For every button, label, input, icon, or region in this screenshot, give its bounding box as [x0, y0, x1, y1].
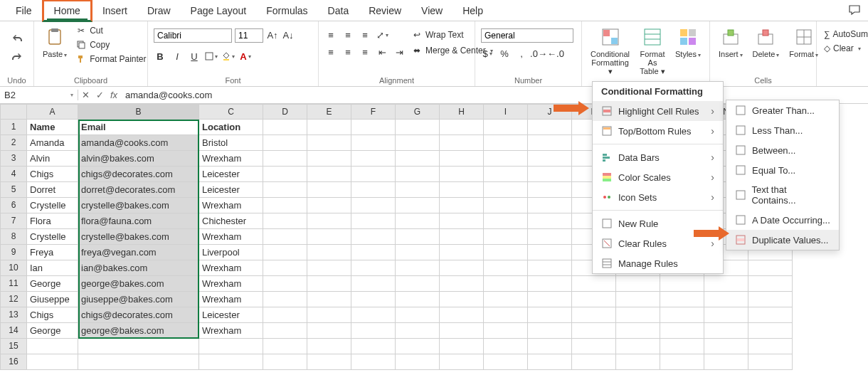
font-name-select[interactable] — [154, 28, 232, 43]
row-header-11[interactable]: 11 — [0, 276, 27, 292]
increase-decimal-icon[interactable]: .0→ — [532, 47, 545, 60]
cell-I15[interactable] — [484, 339, 528, 354]
cell-M16[interactable] — [660, 354, 704, 370]
cell-D9[interactable] — [263, 245, 307, 260]
col-header-D[interactable]: D — [263, 104, 307, 120]
cell-G7[interactable] — [396, 213, 440, 229]
row-header-15[interactable]: 15 — [0, 339, 27, 354]
row-header-3[interactable]: 3 — [0, 151, 27, 167]
cell-H12[interactable] — [440, 292, 484, 307]
cell-E3[interactable] — [307, 151, 351, 167]
cell-G3[interactable] — [396, 151, 440, 167]
cell-D7[interactable] — [263, 213, 307, 229]
cell-K11[interactable] — [572, 276, 616, 292]
cell-N11[interactable] — [704, 276, 748, 292]
cell-F15[interactable] — [351, 339, 396, 354]
redo-icon[interactable] — [11, 53, 23, 65]
cell-F9[interactable] — [351, 245, 396, 260]
submenu-greater-than[interactable]: Greater Than... — [726, 100, 839, 120]
cell-D11[interactable] — [263, 276, 307, 292]
cell-A4[interactable]: Chigs — [27, 167, 78, 182]
cell-H11[interactable] — [440, 276, 484, 292]
cell-E1[interactable] — [307, 120, 351, 135]
cell-F13[interactable] — [351, 307, 396, 323]
menu-color-scales[interactable]: Color Scales — [593, 167, 723, 187]
menu-data-bars[interactable]: Data Bars — [593, 147, 723, 167]
cell-A5[interactable]: Dorret — [27, 182, 78, 198]
row-header-8[interactable]: 8 — [0, 229, 27, 245]
cell-B10[interactable]: ian@bakes.com — [78, 260, 199, 276]
cell-A8[interactable]: Crystelle — [27, 229, 78, 245]
row-header-14[interactable]: 14 — [0, 323, 27, 339]
menu-icon-sets[interactable]: Icon Sets — [593, 187, 723, 207]
cell-G8[interactable] — [396, 229, 440, 245]
cell-I1[interactable] — [484, 120, 528, 135]
cell-J3[interactable] — [528, 151, 572, 167]
fill-color-button[interactable] — [222, 50, 235, 63]
cell-H16[interactable] — [440, 354, 484, 370]
clear-button[interactable]: ◇Clear — [822, 43, 862, 54]
cell-H7[interactable] — [440, 213, 484, 229]
cell-G2[interactable] — [396, 135, 440, 151]
cell-K15[interactable] — [572, 339, 616, 354]
cell-E5[interactable] — [307, 182, 351, 198]
cell-E10[interactable] — [307, 260, 351, 276]
cell-O13[interactable] — [748, 307, 793, 323]
cell-M14[interactable] — [660, 323, 704, 339]
cell-D2[interactable] — [263, 135, 307, 151]
cell-F5[interactable] — [351, 182, 396, 198]
cell-O10[interactable] — [748, 260, 793, 276]
row-header-12[interactable]: 12 — [0, 292, 27, 307]
col-header-I[interactable]: I — [484, 104, 528, 120]
insert-cells-button[interactable]: Insert — [716, 24, 746, 60]
cell-J10[interactable] — [528, 260, 572, 276]
cell-E2[interactable] — [307, 135, 351, 151]
cell-O14[interactable] — [748, 323, 793, 339]
cell-A2[interactable]: Amanda — [27, 135, 78, 151]
cell-E6[interactable] — [307, 198, 351, 213]
cell-A11[interactable]: George — [27, 276, 78, 292]
cell-A6[interactable]: Crystelle — [27, 198, 78, 213]
cell-D1[interactable] — [263, 120, 307, 135]
cell-A9[interactable]: Freya — [27, 245, 78, 260]
cell-F7[interactable] — [351, 213, 396, 229]
col-header-E[interactable]: E — [307, 104, 351, 120]
tab-formulas[interactable]: Formulas — [256, 1, 317, 20]
row-header-2[interactable]: 2 — [0, 135, 27, 151]
row-header-16[interactable]: 16 — [0, 354, 27, 370]
cell-I2[interactable] — [484, 135, 528, 151]
italic-button[interactable]: I — [171, 50, 184, 63]
cell-L14[interactable] — [616, 323, 660, 339]
cell-D5[interactable] — [263, 182, 307, 198]
cell-D3[interactable] — [263, 151, 307, 167]
cell-C3[interactable]: Wrexham — [199, 151, 263, 167]
col-header-F[interactable]: F — [351, 104, 396, 120]
cell-L16[interactable] — [616, 354, 660, 370]
submenu-date-occurring[interactable]: A Date Occurring... — [726, 210, 839, 230]
col-header-A[interactable]: A — [27, 104, 78, 120]
cell-C5[interactable]: Leicester — [199, 182, 263, 198]
cell-J6[interactable] — [528, 198, 572, 213]
submenu-less-than[interactable]: Less Than... — [726, 120, 839, 140]
submenu-text-contains[interactable]: Text that Contains... — [726, 180, 839, 210]
cell-A15[interactable] — [27, 339, 78, 354]
cell-G4[interactable] — [396, 167, 440, 182]
cell-J13[interactable] — [528, 307, 572, 323]
cell-A14[interactable]: George — [27, 323, 78, 339]
cell-L15[interactable] — [616, 339, 660, 354]
cell-B1[interactable]: Email — [78, 120, 199, 135]
cell-O11[interactable] — [748, 276, 793, 292]
cell-E13[interactable] — [307, 307, 351, 323]
delete-cells-button[interactable]: Delete — [750, 24, 783, 60]
cell-I7[interactable] — [484, 213, 528, 229]
row-header-7[interactable]: 7 — [0, 213, 27, 229]
conditional-formatting-button[interactable]: Conditional Formatting ▾ — [588, 24, 633, 77]
col-header-C[interactable]: C — [199, 104, 263, 120]
enter-formula-icon[interactable]: ✓ — [92, 90, 107, 100]
currency-icon[interactable]: $ — [481, 47, 494, 60]
font-color-button[interactable]: A — [239, 50, 252, 63]
cell-C7[interactable]: Chichester — [199, 213, 263, 229]
menu-top-bottom-rules[interactable]: Top/Bottom Rules — [593, 121, 723, 141]
cell-G9[interactable] — [396, 245, 440, 260]
cell-L11[interactable] — [616, 276, 660, 292]
